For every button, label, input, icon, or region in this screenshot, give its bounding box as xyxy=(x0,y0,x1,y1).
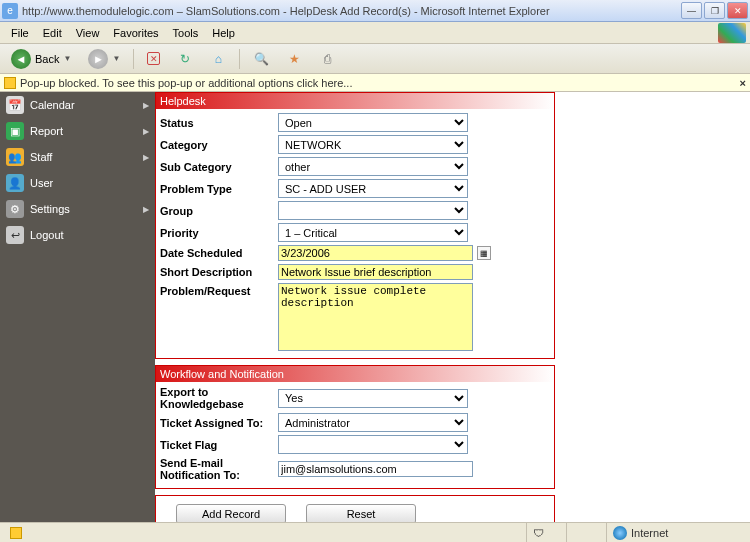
popup-blocked-bar[interactable]: Pop-up blocked. To see this pop-up or ad… xyxy=(0,74,750,92)
date-scheduled-input[interactable] xyxy=(278,245,473,261)
shield-icon xyxy=(10,527,22,539)
menu-help[interactable]: Help xyxy=(205,24,242,42)
reset-button[interactable]: Reset xyxy=(306,504,416,522)
category-select[interactable]: NETWORK xyxy=(278,135,468,154)
problem-request-textarea[interactable] xyxy=(278,283,473,351)
add-record-button[interactable]: Add Record xyxy=(176,504,286,522)
toolbar-separator xyxy=(239,49,240,69)
status-label: Status xyxy=(160,117,278,129)
status-select[interactable]: Open xyxy=(278,113,468,132)
title-rest: – SlamSolutions.com - HelpDesk Add Recor… xyxy=(174,5,550,17)
menubar: File Edit View Favorites Tools Help xyxy=(0,22,750,44)
chevron-right-icon: ▶ xyxy=(143,127,149,136)
chevron-down-icon: ▼ xyxy=(63,54,71,63)
popup-text: Pop-up blocked. To see this pop-up or ad… xyxy=(20,77,352,89)
refresh-icon: ↻ xyxy=(177,51,193,67)
assigned-label: Ticket Assigned To: xyxy=(160,417,278,429)
chevron-right-icon: ▶ xyxy=(143,101,149,110)
sidebar-item-label: Staff xyxy=(30,151,52,163)
sidebar-item-label: Calendar xyxy=(30,99,75,111)
print-button[interactable]: ⎙ xyxy=(312,48,342,70)
sidebar-item-label: Settings xyxy=(30,203,70,215)
menu-view[interactable]: View xyxy=(69,24,107,42)
subcategory-label: Sub Category xyxy=(160,161,278,173)
home-button[interactable]: ⌂ xyxy=(203,48,233,70)
flag-label: Ticket Flag xyxy=(160,439,278,451)
export-select[interactable]: Yes xyxy=(278,389,468,408)
close-button[interactable]: ✕ xyxy=(727,2,748,19)
user-icon: 👤 xyxy=(6,174,24,192)
sidebar-item-calendar[interactable]: 📅 Calendar ▶ xyxy=(0,92,155,118)
chevron-down-icon: ▼ xyxy=(112,54,120,63)
menu-tools[interactable]: Tools xyxy=(166,24,206,42)
search-button[interactable]: 🔍 xyxy=(246,48,276,70)
priority-select[interactable]: 1 – Critical xyxy=(278,223,468,242)
chevron-right-icon: ▶ xyxy=(143,205,149,214)
sidebar-item-settings[interactable]: ⚙ Settings ▶ xyxy=(0,196,155,222)
sidebar-item-staff[interactable]: 👥 Staff ▶ xyxy=(0,144,155,170)
action-row: Add Record Reset xyxy=(155,495,555,522)
ie-icon: e xyxy=(2,3,18,19)
favorites-button[interactable]: ★ xyxy=(279,48,309,70)
staff-icon: 👥 xyxy=(6,148,24,166)
workflow-heading: Workflow and Notification xyxy=(156,366,554,382)
stop-icon: ✕ xyxy=(147,52,160,65)
window-title: http://www.themodulelogic.com – SlamSolu… xyxy=(22,5,681,17)
report-icon: ▣ xyxy=(6,122,24,140)
shield-icon xyxy=(4,77,16,89)
sidebar: 📅 Calendar ▶ ▣ Report ▶ 👥 Staff ▶ 👤 User… xyxy=(0,92,155,522)
email-label: Send E-mail Notification To: xyxy=(160,457,278,481)
forward-icon: ► xyxy=(88,49,108,69)
stop-button[interactable]: ✕ xyxy=(140,48,167,70)
group-label: Group xyxy=(160,205,278,217)
subcategory-select[interactable]: other xyxy=(278,157,468,176)
workflow-panel: Workflow and Notification Export to Know… xyxy=(155,365,555,489)
refresh-button[interactable]: ↻ xyxy=(170,48,200,70)
back-icon: ◄ xyxy=(11,49,31,69)
priority-label: Priority xyxy=(160,227,278,239)
problem-type-select[interactable]: SC - ADD USER xyxy=(278,179,468,198)
assigned-select[interactable]: Administrator xyxy=(278,413,468,432)
calendar-icon: 📅 xyxy=(6,96,24,114)
short-desc-input[interactable] xyxy=(278,264,473,280)
print-icon: ⎙ xyxy=(319,51,335,67)
window-titlebar: e http://www.themodulelogic.com – SlamSo… xyxy=(0,0,750,22)
shield-small-icon: 🛡 xyxy=(533,527,544,539)
forward-button[interactable]: ► ▼ xyxy=(81,48,127,70)
logout-icon: ↩ xyxy=(6,226,24,244)
maximize-button[interactable]: ❐ xyxy=(704,2,725,19)
back-label: Back xyxy=(35,53,59,65)
gear-icon: ⚙ xyxy=(6,200,24,218)
sidebar-item-label: Report xyxy=(30,125,63,137)
email-input[interactable] xyxy=(278,461,473,477)
globe-icon xyxy=(613,526,627,540)
export-label: Export to Knowledgebase xyxy=(160,386,278,410)
star-icon: ★ xyxy=(286,51,302,67)
group-select[interactable] xyxy=(278,201,468,220)
calendar-picker-icon[interactable]: ▦ xyxy=(477,246,491,260)
back-button[interactable]: ◄ Back ▼ xyxy=(4,48,78,70)
popup-close-button[interactable]: × xyxy=(740,77,746,89)
helpdesk-panel: Helpdesk StatusOpen CategoryNETWORK Sub … xyxy=(155,92,555,359)
sidebar-item-label: Logout xyxy=(30,229,64,241)
toolbar-separator xyxy=(133,49,134,69)
problem-request-label: Problem/Request xyxy=(160,283,278,297)
sidebar-item-logout[interactable]: ↩ Logout xyxy=(0,222,155,248)
menu-file[interactable]: File xyxy=(4,24,36,42)
minimize-button[interactable]: — xyxy=(681,2,702,19)
home-icon: ⌂ xyxy=(210,51,226,67)
title-url: http://www.themodulelogic.com xyxy=(22,5,174,17)
date-scheduled-label: Date Scheduled xyxy=(160,247,278,259)
zone-label: Internet xyxy=(631,527,668,539)
flag-select[interactable] xyxy=(278,435,468,454)
chevron-right-icon: ▶ xyxy=(143,153,149,162)
category-label: Category xyxy=(160,139,278,151)
sidebar-item-report[interactable]: ▣ Report ▶ xyxy=(0,118,155,144)
search-icon: 🔍 xyxy=(253,51,269,67)
problem-type-label: Problem Type xyxy=(160,183,278,195)
short-desc-label: Short Description xyxy=(160,266,278,278)
sidebar-item-user[interactable]: 👤 User xyxy=(0,170,155,196)
toolbar: ◄ Back ▼ ► ▼ ✕ ↻ ⌂ 🔍 ★ ⎙ xyxy=(0,44,750,74)
menu-favorites[interactable]: Favorites xyxy=(106,24,165,42)
menu-edit[interactable]: Edit xyxy=(36,24,69,42)
